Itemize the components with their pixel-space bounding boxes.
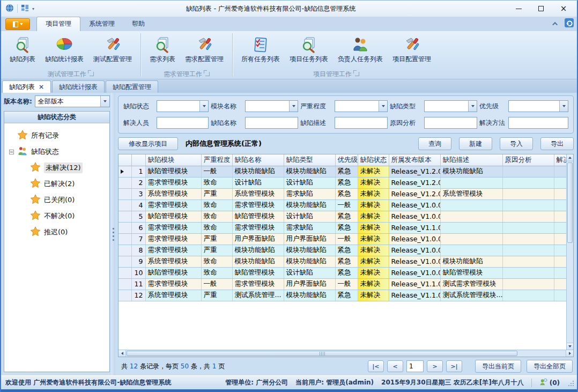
next-page-button[interactable]: > bbox=[427, 360, 443, 372]
defect-list-button[interactable]: 缺陷列表 bbox=[5, 33, 40, 65]
new-button[interactable]: 新建 bbox=[459, 137, 492, 150]
dialog-launcher-icon[interactable] bbox=[90, 72, 94, 76]
grid-cell[interactable] bbox=[554, 290, 566, 301]
grid-cell[interactable] bbox=[502, 245, 554, 256]
help-about-icon[interactable] bbox=[565, 18, 574, 29]
prev-page-button[interactable]: < bbox=[387, 360, 403, 372]
column-header[interactable]: 严重程度 bbox=[201, 154, 232, 166]
grid-cell[interactable]: 缺陷管理模块 bbox=[232, 267, 284, 278]
filter-priority-combobox[interactable] bbox=[508, 100, 568, 112]
grid-cell[interactable]: 未解决 bbox=[358, 290, 389, 301]
first-page-button[interactable]: |< bbox=[368, 360, 384, 372]
scroll-down-button[interactable] bbox=[567, 343, 573, 350]
grid-cell[interactable]: 设计缺陷 bbox=[284, 267, 335, 278]
vertical-scrollbar[interactable] bbox=[566, 154, 573, 350]
export-current-page-button[interactable]: 导出当前页 bbox=[475, 360, 521, 373]
dialog-launcher-icon[interactable] bbox=[355, 72, 359, 76]
last-page-button[interactable]: >| bbox=[446, 360, 462, 372]
grid-cell[interactable] bbox=[502, 278, 554, 290]
grid-cell[interactable]: 需求管理模块 bbox=[145, 278, 201, 290]
grid-cell[interactable]: 模块功能缺陷 bbox=[232, 245, 284, 256]
sidebar-splitter[interactable] bbox=[111, 93, 115, 375]
grid-row[interactable]: 4需求管理模块致命需求管理模块模块功能缺陷一般未解决Release_V1.0.0 bbox=[118, 199, 566, 211]
grid-cell[interactable] bbox=[502, 211, 554, 222]
grid-row[interactable]: 10缺陷管理模块致命缺陷管理模块设计缺陷紧急未解决Release_V1.0.0缺… bbox=[118, 267, 566, 278]
column-header[interactable]: 缺陷描述 bbox=[440, 154, 502, 166]
grid-cell[interactable]: 未解决 bbox=[358, 267, 389, 278]
scroll-up-button[interactable] bbox=[567, 154, 573, 161]
grid-cell[interactable]: 未解决 bbox=[358, 166, 389, 177]
maximize-button[interactable] bbox=[530, 2, 552, 16]
grid-cell[interactable]: 需求管理模块 bbox=[145, 245, 201, 256]
filter-solution-input[interactable] bbox=[508, 117, 568, 129]
grid-cell[interactable]: 模块功能缺陷 bbox=[232, 256, 284, 267]
column-header[interactable]: 缺陷名称 bbox=[232, 154, 284, 166]
grid-cell[interactable]: Release_V1.1.0 bbox=[389, 278, 440, 290]
grid-cell[interactable] bbox=[554, 278, 566, 290]
grid-row[interactable]: 7需求管理模块严重用户界面缺陷用户界面缺陷一般未解决Release_V1.0.0 bbox=[118, 233, 566, 245]
grid-cell[interactable]: 缺陷管理模块 bbox=[145, 166, 201, 177]
grid-cell[interactable] bbox=[554, 222, 566, 233]
grid-cell[interactable]: 系统管理模块 bbox=[145, 290, 201, 301]
grid-cell[interactable]: 需求管理模块 bbox=[232, 278, 284, 290]
grid-cell[interactable]: 致命 bbox=[201, 256, 232, 267]
doc-tab-defect-config[interactable]: 缺陷配置管理 bbox=[106, 80, 158, 93]
grid-cell[interactable] bbox=[440, 211, 502, 222]
grid-cell[interactable]: 一般 bbox=[335, 278, 358, 290]
filter-resolver-input[interactable] bbox=[157, 117, 209, 129]
grid-cell[interactable]: 一般 bbox=[335, 199, 358, 211]
ribbon-tab-system[interactable]: 系统管理 bbox=[80, 17, 123, 31]
grid-cell[interactable]: 需求管理模块 bbox=[145, 177, 201, 188]
message-indicator[interactable]: (0) bbox=[539, 378, 560, 388]
grid-cell[interactable]: 致命 bbox=[201, 199, 232, 211]
requirement-list-button[interactable]: 需求列表 bbox=[145, 33, 180, 65]
tree-item-postponed[interactable]: 推迟(0) bbox=[5, 224, 108, 240]
grid-cell[interactable]: 紧急 bbox=[335, 188, 358, 199]
export-button[interactable]: 导出 bbox=[540, 137, 574, 150]
grid-cell[interactable]: 需求缺陷 bbox=[284, 222, 335, 233]
tree-item-closed[interactable]: 已关闭(0) bbox=[5, 192, 108, 208]
filter-cause-analysis-input[interactable] bbox=[424, 117, 477, 129]
grid-cell[interactable]: Release_V1.0.0 bbox=[389, 267, 440, 278]
grid-cell[interactable]: 未解决 bbox=[358, 233, 389, 245]
grid-cell[interactable]: 需求管理模块 bbox=[232, 222, 284, 233]
grid-cell[interactable]: 紧急 bbox=[335, 245, 358, 256]
query-button[interactable]: 查询 bbox=[418, 137, 451, 150]
grid-cell[interactable]: 缺陷管理模块 bbox=[232, 211, 284, 222]
grid-cell[interactable]: 模块功能缺陷 bbox=[284, 245, 335, 256]
grid-cell[interactable]: 测试系统管理模块... bbox=[440, 290, 502, 301]
grid-cell[interactable]: 严重 bbox=[201, 290, 232, 301]
grid-cell[interactable]: 模块功能缺陷 bbox=[440, 256, 502, 267]
grid-cell[interactable]: 紧急 bbox=[335, 166, 358, 177]
combo-dropdown-button[interactable] bbox=[100, 96, 109, 107]
grid-cell[interactable]: 测试系统管理... bbox=[232, 290, 284, 301]
grid-cell[interactable] bbox=[554, 166, 566, 177]
column-header[interactable]: 缺陷状态 bbox=[358, 154, 389, 166]
grid-cell[interactable]: 模块功能缺陷 bbox=[440, 166, 502, 177]
column-header[interactable]: 优先级 bbox=[335, 154, 358, 166]
grid-cell[interactable] bbox=[554, 199, 566, 211]
vertical-scroll-thumb[interactable] bbox=[567, 162, 573, 243]
grid-cell[interactable]: 设计缺陷 bbox=[284, 177, 335, 188]
grid-cell[interactable] bbox=[554, 177, 566, 188]
grid-row[interactable]: 11需求管理模块一般需求管理模块用户界面缺陷一般未解决Release_V1.1.… bbox=[118, 278, 566, 290]
grid-cell[interactable]: Release_V1.0.0 bbox=[389, 233, 440, 245]
grid-cell[interactable]: 严重 bbox=[201, 233, 232, 245]
grid-cell[interactable] bbox=[502, 222, 554, 233]
horizontal-scroll-thumb[interactable] bbox=[127, 351, 517, 356]
application-menu-button[interactable] bbox=[5, 18, 30, 30]
grid-cell[interactable] bbox=[440, 233, 502, 245]
defect-report-button[interactable]: 缺陷统计报表 bbox=[41, 33, 88, 65]
ribbon-tab-help[interactable]: 帮助 bbox=[123, 17, 153, 31]
grid-cell[interactable]: 系统管理模块 bbox=[145, 256, 201, 267]
ribbon-tab-project[interactable]: 项目管理 bbox=[36, 17, 80, 31]
column-header[interactable]: 缺陷模块 bbox=[145, 154, 201, 166]
grid-cell[interactable]: 缺陷管理模块 bbox=[440, 267, 502, 278]
tree-item-all-records[interactable]: 所有记录 bbox=[5, 128, 108, 144]
grid-cell[interactable] bbox=[554, 211, 566, 222]
version-combobox[interactable]: 全部版本 bbox=[35, 95, 110, 107]
grid-cell[interactable]: 未解决 bbox=[358, 211, 389, 222]
column-header[interactable]: 所属发布版本 bbox=[389, 154, 440, 166]
minimize-button[interactable] bbox=[507, 2, 530, 16]
grid-cell[interactable]: 模块功能缺陷 bbox=[284, 256, 335, 267]
